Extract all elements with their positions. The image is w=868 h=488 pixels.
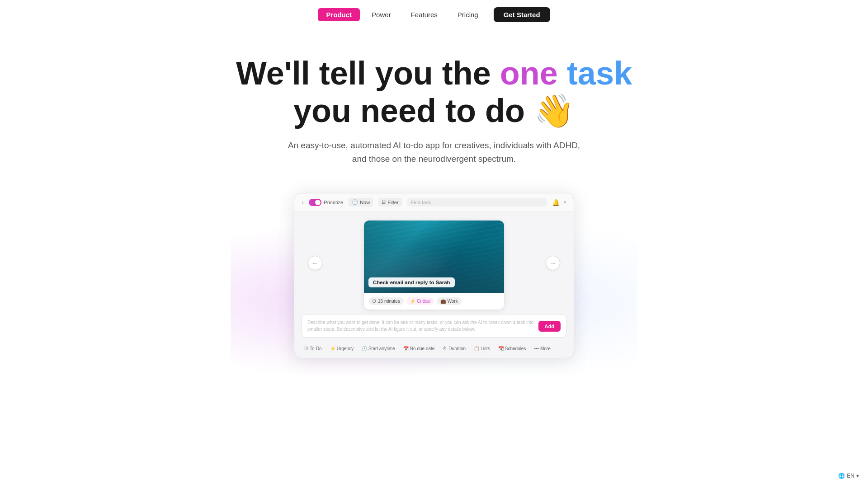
due-date-label: No due date (410, 346, 435, 351)
search-placeholder: Find task... (411, 200, 435, 205)
due-date-icon: 📅 (403, 346, 409, 351)
todo-icon: ☑ (304, 346, 308, 351)
nav-product[interactable]: Product (318, 8, 360, 21)
task-tags: ⏱ 15 minutes ⚡ Critical 💼 Work (364, 293, 504, 310)
toolbar-start-anytime[interactable]: 🕐 Start anytime (359, 345, 398, 352)
toggle-pill[interactable] (309, 199, 321, 206)
next-arrow-button[interactable]: → (546, 256, 560, 270)
now-label: Now (360, 200, 370, 205)
task-card-area: ← Check email and reply to Sarah ⏱ 15 mi… (294, 211, 574, 314)
navigation: Product Power Features Pricing Get Start… (0, 0, 868, 28)
app-input-area: Describe what you want to get done. It c… (294, 314, 574, 341)
schedules-icon: 📆 (498, 346, 504, 351)
hero-title-one: one (500, 55, 558, 91)
globe-icon: 🌐 (838, 473, 845, 479)
more-icon: ••• (534, 346, 539, 351)
todo-label: To-Do (310, 346, 322, 351)
language-selector[interactable]: 🌐 EN ▾ (838, 473, 859, 479)
tag-critical: ⚡ Critical (406, 297, 434, 305)
chevron-down-icon: ▾ (856, 473, 859, 479)
filter-label: Filter (387, 200, 398, 205)
bell-icon[interactable]: 🔔 (552, 199, 560, 206)
schedules-label: Schedules (505, 346, 526, 351)
clock-icon: 🕐 (352, 199, 358, 205)
lists-label: Lists (481, 346, 490, 351)
hero-title-part1: We'll tell you the (236, 55, 500, 91)
urgency-label: Urgency (337, 346, 354, 351)
hero-emoji: 👋 (534, 93, 575, 129)
duration-label: Duration (448, 346, 466, 351)
task-card: Check email and reply to Sarah ⏱ 15 minu… (364, 221, 504, 310)
toolbar-schedules[interactable]: 📆 Schedules (495, 345, 529, 352)
app-topbar: › Prioritize 🕐 Now ⊟ Filter Find task...… (294, 193, 574, 211)
topbar-close-button[interactable]: × (563, 199, 566, 206)
urgency-icon: ⚡ (330, 346, 335, 351)
add-task-button[interactable]: Add (538, 321, 561, 332)
app-showcase: › Prioritize 🕐 Now ⊟ Filter Find task...… (0, 193, 868, 358)
tag-work: 💼 Work (437, 297, 461, 305)
task-input-placeholder: Describe what you want to get done. It c… (307, 319, 535, 333)
toggle-label: Prioritize (324, 200, 343, 205)
filter-icon: ⊟ (382, 199, 386, 205)
topbar-actions: 🔔 × (552, 199, 566, 206)
topbar-prioritize-toggle[interactable]: Prioritize (309, 199, 343, 206)
task-input-box[interactable]: Describe what you want to get done. It c… (302, 314, 566, 338)
hero-title-part2: you need to do (293, 93, 525, 129)
nav-pricing[interactable]: Pricing (449, 8, 486, 21)
app-mockup: › Prioritize 🕐 Now ⊟ Filter Find task...… (294, 193, 574, 358)
toolbar-lists[interactable]: 📋 Lists (471, 345, 493, 352)
more-label: More (540, 346, 551, 351)
start-icon: 🕐 (362, 346, 367, 351)
hero-title: We'll tell you the one task you need to … (9, 55, 859, 130)
start-label: Start anytime (368, 346, 395, 351)
hero-section: We'll tell you the one task you need to … (0, 28, 868, 179)
task-label-overlay: Check email and reply to Sarah (368, 277, 455, 287)
nav-features[interactable]: Features (403, 8, 446, 21)
toolbar-todo[interactable]: ☑ To-Do (302, 345, 325, 352)
hero-title-task: task (567, 55, 632, 91)
toolbar-duration[interactable]: ⏱ Duration (440, 345, 468, 352)
hero-subtitle: An easy-to-use, automated AI to-do app f… (280, 139, 588, 166)
lists-icon: 📋 (474, 346, 479, 351)
topbar-filter-button[interactable]: ⊟ Filter (378, 198, 401, 206)
prev-arrow-button[interactable]: ← (308, 256, 322, 270)
duration-icon: ⏱ (443, 346, 447, 351)
task-card-image: Check email and reply to Sarah (364, 221, 504, 293)
language-label: EN (847, 473, 854, 479)
topbar-now-button[interactable]: 🕐 Now (349, 198, 373, 206)
tag-minutes: ⏱ 15 minutes (368, 297, 404, 305)
toolbar-urgency[interactable]: ⚡ Urgency (327, 345, 356, 352)
topbar-chevron-icon[interactable]: › (302, 199, 303, 206)
get-started-button[interactable]: Get Started (494, 7, 550, 22)
toolbar-no-due-date[interactable]: 📅 No due date (401, 345, 438, 352)
app-toolbar: ☑ To-Do ⚡ Urgency 🕐 Start anytime 📅 No d… (294, 341, 574, 358)
toolbar-more[interactable]: ••• More (531, 345, 553, 352)
nav-power[interactable]: Power (363, 8, 399, 21)
topbar-search-field[interactable]: Find task... (407, 198, 547, 206)
